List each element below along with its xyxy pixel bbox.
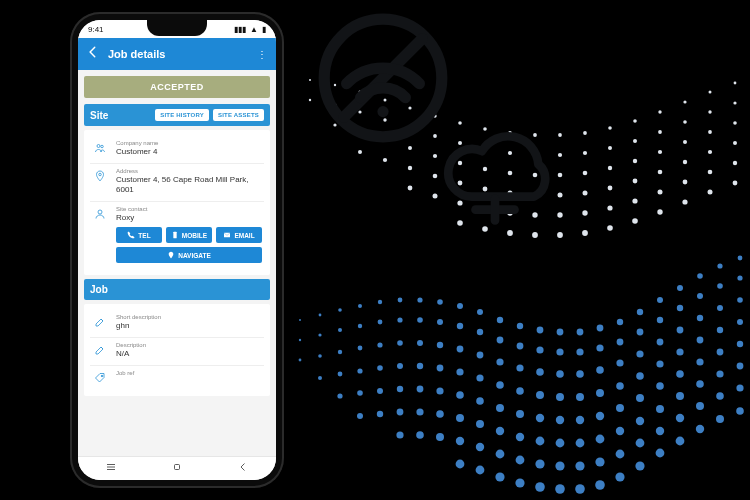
- svg-point-137: [496, 450, 505, 459]
- svg-point-102: [556, 416, 564, 424]
- svg-point-231: [683, 160, 687, 164]
- svg-point-57: [516, 364, 523, 371]
- svg-point-259: [733, 181, 738, 186]
- email-button[interactable]: EMAIL: [216, 227, 262, 243]
- svg-point-132: [396, 431, 403, 438]
- navigate-button[interactable]: NAVIGATE: [116, 247, 262, 263]
- email-button-label: EMAIL: [234, 232, 254, 239]
- overflow-menu-button[interactable]: ⋮: [257, 49, 268, 60]
- address-label: Address: [116, 168, 262, 174]
- svg-point-78: [496, 381, 504, 389]
- svg-point-59: [556, 370, 564, 378]
- svg-point-146: [676, 414, 684, 422]
- svg-point-69: [318, 376, 322, 380]
- svg-point-143: [616, 450, 625, 459]
- svg-point-71: [357, 368, 362, 373]
- site-assets-button[interactable]: SITE ASSETS: [213, 109, 264, 121]
- svg-point-19: [677, 285, 683, 291]
- svg-point-67: [717, 305, 723, 311]
- svg-point-14: [577, 329, 584, 336]
- svg-point-111: [737, 341, 743, 347]
- svg-point-39: [617, 339, 624, 346]
- svg-point-90: [737, 319, 743, 325]
- back-button[interactable]: [86, 45, 100, 63]
- svg-point-154: [535, 482, 545, 492]
- svg-point-93: [377, 388, 383, 394]
- svg-point-182: [734, 82, 737, 85]
- svg-point-129: [696, 380, 704, 388]
- svg-point-95: [417, 386, 424, 393]
- svg-point-80: [536, 391, 544, 399]
- address-row: Address Customer 4, 56 Cape Road Mill Pa…: [90, 163, 264, 199]
- svg-point-199: [708, 110, 711, 113]
- svg-point-121: [536, 437, 545, 446]
- job-ref-label: Job ref: [116, 370, 262, 376]
- site-section-title: Site: [90, 110, 151, 121]
- svg-point-36: [556, 348, 563, 355]
- svg-point-161: [676, 437, 685, 446]
- mobile-button[interactable]: MOBILE: [166, 227, 212, 243]
- phone-notch: [147, 20, 207, 36]
- phone-frame: 9:41 ▮▮▮ ▲ ▮ Job details ⋮ ACCEPTED Sit: [70, 12, 284, 488]
- svg-point-158: [615, 472, 624, 481]
- svg-point-135: [456, 437, 464, 445]
- svg-point-107: [656, 382, 664, 390]
- address-icon: [92, 168, 108, 195]
- svg-point-24: [318, 333, 321, 336]
- svg-point-244: [658, 190, 663, 195]
- svg-point-6: [417, 297, 422, 302]
- svg-point-116: [436, 410, 444, 418]
- svg-point-37: [576, 348, 583, 355]
- svg-point-8: [457, 303, 463, 309]
- svg-point-119: [496, 427, 504, 435]
- svg-point-147: [696, 402, 704, 410]
- svg-point-29: [417, 317, 423, 323]
- svg-point-81: [556, 393, 564, 401]
- svg-point-20: [697, 273, 703, 279]
- desc-row: Description N/A: [90, 337, 264, 363]
- svg-point-227: [583, 191, 588, 196]
- svg-point-164: [736, 407, 744, 415]
- svg-point-262: [377, 106, 388, 117]
- svg-point-35: [536, 346, 543, 353]
- appbar: Job details ⋮: [78, 38, 276, 70]
- desc-label: Description: [116, 342, 262, 348]
- svg-point-76: [456, 368, 463, 375]
- svg-point-183: [309, 99, 311, 101]
- svg-point-200: [733, 101, 736, 104]
- svg-point-267: [99, 173, 102, 176]
- svg-point-117: [456, 414, 464, 422]
- svg-point-139: [535, 459, 544, 468]
- phone-screen: 9:41 ▮▮▮ ▲ ▮ Job details ⋮ ACCEPTED Sit: [78, 20, 276, 480]
- tag-icon: [92, 370, 108, 384]
- svg-point-254: [607, 225, 613, 231]
- site-card: Company name Customer 4 Address Customer…: [84, 130, 270, 275]
- svg-point-60: [576, 370, 584, 378]
- svg-point-133: [416, 431, 424, 439]
- nav-recent-button[interactable]: [105, 461, 117, 476]
- nav-home-button[interactable]: [171, 461, 183, 476]
- svg-point-86: [656, 360, 663, 367]
- svg-point-54: [457, 346, 464, 353]
- svg-point-30: [437, 319, 443, 325]
- svg-point-96: [436, 387, 443, 394]
- site-history-button[interactable]: SITE HISTORY: [155, 109, 209, 121]
- tel-button[interactable]: TEL: [116, 227, 162, 243]
- contact-label: Site contact: [116, 206, 262, 212]
- svg-point-55: [477, 352, 484, 359]
- svg-point-82: [576, 393, 584, 401]
- short-desc-label: Short description: [116, 314, 262, 320]
- svg-point-58: [536, 368, 544, 376]
- svg-point-257: [682, 199, 687, 204]
- content-scroll[interactable]: ACCEPTED Site SITE HISTORY SITE ASSETS C…: [78, 70, 276, 456]
- svg-point-140: [555, 461, 564, 470]
- svg-point-52: [417, 340, 423, 346]
- svg-point-88: [697, 337, 704, 344]
- nav-back-button[interactable]: [237, 461, 249, 476]
- svg-point-181: [709, 91, 712, 94]
- svg-point-131: [737, 363, 744, 370]
- job-section-header: Job: [84, 279, 270, 300]
- svg-point-178: [633, 119, 637, 123]
- svg-point-148: [716, 392, 724, 400]
- svg-point-85: [636, 372, 644, 380]
